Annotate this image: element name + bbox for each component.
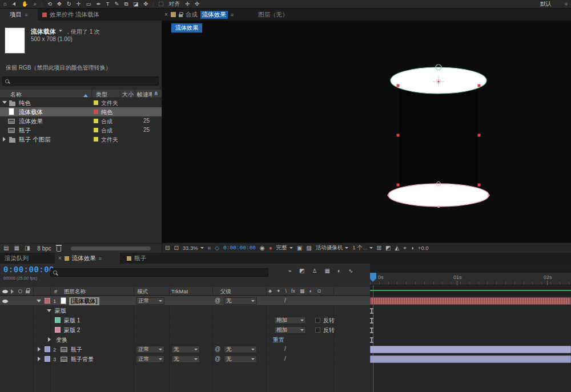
lock-icon[interactable]	[26, 290, 30, 293]
mask-mode-dropdown[interactable]: 相加	[274, 326, 306, 334]
motion-blur-icon[interactable]: ◐	[337, 268, 341, 274]
column-divider[interactable]	[120, 90, 120, 98]
twirl-closed-icon[interactable]	[38, 347, 43, 351]
brush-tool-icon[interactable]: ✎	[115, 1, 119, 7]
audio-icon[interactable]	[11, 289, 16, 294]
shy-icon[interactable]: ♣	[268, 288, 272, 294]
label-color-chip[interactable]	[45, 298, 50, 304]
selection-handle[interactable]	[478, 134, 481, 137]
frame-blend-icon[interactable]: ▦	[300, 288, 305, 294]
eraser-tool-icon[interactable]: ◪	[133, 1, 138, 7]
column-trkmat[interactable]: TrkMat	[171, 288, 188, 294]
twirl-closed-icon[interactable]	[3, 137, 8, 142]
twirl-closed-icon[interactable]	[48, 337, 53, 342]
tab-layer-viewer[interactable]: 图层（无）	[258, 9, 288, 21]
sort-ascending-icon[interactable]	[83, 92, 88, 97]
mask-color-chip[interactable]	[55, 317, 61, 323]
orbit-camera-tool-icon[interactable]: ⟲	[47, 1, 52, 7]
twirl-open-icon[interactable]	[37, 300, 41, 305]
new-composition-icon[interactable]: ◨	[25, 245, 30, 251]
workspace-selector[interactable]: 默认	[540, 0, 552, 8]
in-point-marker[interactable]	[371, 308, 372, 314]
column-layer-name[interactable]: 图层名称	[64, 288, 86, 296]
share-view-icon[interactable]: ⊞	[377, 245, 381, 251]
mask-group-row[interactable]: 蒙版	[0, 306, 370, 316]
pan-behind-tool-icon[interactable]: ✛	[77, 1, 81, 7]
in-point-marker[interactable]	[371, 318, 372, 324]
puppet-tool-icon[interactable]: ✜	[143, 1, 148, 7]
selection-handle[interactable]	[397, 134, 400, 137]
mask-row-1[interactable]: 蒙版 1 相加 反转	[0, 316, 370, 325]
toolbar-menu-icon[interactable]: ≡	[565, 1, 568, 7]
twirl-open-icon[interactable]	[2, 101, 7, 106]
mode-dropdown[interactable]: 正常	[136, 355, 164, 363]
transform-group-row[interactable]: 变换 重置	[0, 335, 370, 345]
label-swatch[interactable]	[94, 137, 98, 142]
selection-tool-icon[interactable]: ➤	[11, 1, 18, 7]
mode-dropdown[interactable]: 正常	[136, 346, 164, 353]
selection-handle[interactable]	[478, 84, 481, 87]
view-layout-dropdown[interactable]: 1 个...	[352, 244, 372, 252]
column-number[interactable]: #	[54, 288, 57, 294]
panel-menu-icon[interactable]: ≡	[231, 12, 234, 18]
pan-camera-tool-icon[interactable]: ✥	[57, 1, 62, 7]
layer-name-selected[interactable]: [流体载体]	[69, 297, 99, 305]
monitor-icon[interactable]: ⊟	[165, 245, 170, 251]
clone-stamp-tool-icon[interactable]: ⧉	[124, 1, 128, 7]
fast-previews-icon[interactable]: ◭	[395, 245, 399, 251]
close-icon[interactable]: ×	[58, 255, 62, 261]
tab-timeline-comp2[interactable]: 瓶子	[127, 253, 146, 264]
bit-depth-label[interactable]: 8 bpc	[37, 245, 51, 252]
pen-tool-icon[interactable]: ✒	[96, 1, 101, 7]
camera-dropdown[interactable]: 活动摄像机	[316, 244, 349, 252]
in-point-marker[interactable]	[371, 328, 372, 333]
graph-editor-icon[interactable]: ∿	[348, 268, 353, 274]
current-time-display[interactable]: 0:00:00:00	[3, 265, 54, 274]
invert-checkbox[interactable]	[315, 328, 320, 333]
work-area-strip[interactable]	[370, 287, 571, 296]
tab-render-queue[interactable]: 渲染队列	[5, 254, 29, 262]
playhead[interactable]	[370, 273, 376, 279]
project-row-folder-layers[interactable]: 瓶子 个图层 文件夹	[0, 135, 162, 144]
tab-timeline-comp[interactable]: × 流体效果 ≡	[55, 253, 120, 264]
label-swatch[interactable]	[94, 119, 98, 123]
column-divider[interactable]	[135, 90, 135, 98]
mask-visibility-icon[interactable]: ◇	[215, 245, 219, 251]
parent-dropdown[interactable]: 无	[224, 355, 257, 363]
mask-row-2[interactable]: 蒙版 2 相加 反转	[0, 325, 370, 335]
parent-dropdown[interactable]: 无	[224, 346, 257, 353]
label-color-chip[interactable]	[45, 346, 50, 352]
trkmat-dropdown[interactable]: 无	[171, 346, 200, 353]
toolbar-extra-icon-2[interactable]: ✣	[195, 1, 199, 7]
column-name[interactable]: 名称	[10, 91, 22, 99]
mask-2-ellipse[interactable]	[388, 184, 489, 207]
shy-layers-icon[interactable]: ♙	[312, 268, 317, 274]
layer-2-duration-bar[interactable]	[370, 346, 571, 353]
column-rate[interactable]: 帧速率	[137, 91, 152, 99]
tab-effect-controls[interactable]: 效果控件 流体载体	[42, 9, 99, 21]
tab-composition[interactable]: × 合成 流体效果 ≡	[164, 9, 234, 21]
layer-row-2[interactable]: 2 瓶子 正常 无 @ 无 /	[0, 345, 370, 354]
layer-row-1[interactable]: 1 [流体载体] 正常 @ 无 /	[0, 296, 370, 306]
column-divider[interactable]	[91, 90, 92, 98]
channels-icon[interactable]: ●	[269, 245, 272, 251]
work-area-bar[interactable]	[370, 290, 571, 291]
zoom-tool-icon[interactable]: ⌕	[34, 1, 37, 7]
mini-flowchart-icon[interactable]: ⌖	[403, 245, 407, 251]
column-size[interactable]: 大小	[122, 91, 134, 99]
selection-handle[interactable]	[397, 84, 400, 87]
toolbar-extra-icon-1[interactable]: ✢	[185, 1, 190, 7]
fx-icon[interactable]: fx	[291, 288, 295, 294]
horizontal-scrollbar[interactable]	[71, 246, 151, 250]
pixel-aspect-icon[interactable]: ◩	[385, 245, 391, 251]
mask-vertex[interactable]	[438, 206, 440, 208]
type-tool-icon[interactable]: T	[106, 1, 110, 7]
split-view-icon[interactable]: ⊡	[174, 245, 178, 251]
selection-handle[interactable]	[397, 184, 400, 187]
label-swatch[interactable]	[94, 128, 98, 132]
timeline-search-input[interactable]	[50, 268, 268, 277]
anchor-center[interactable]	[438, 81, 440, 83]
parent-dropdown[interactable]: 无	[224, 297, 257, 305]
layer-name[interactable]: 瓶子背景	[71, 355, 94, 363]
interpret-footage-icon[interactable]: ▤	[3, 245, 9, 251]
